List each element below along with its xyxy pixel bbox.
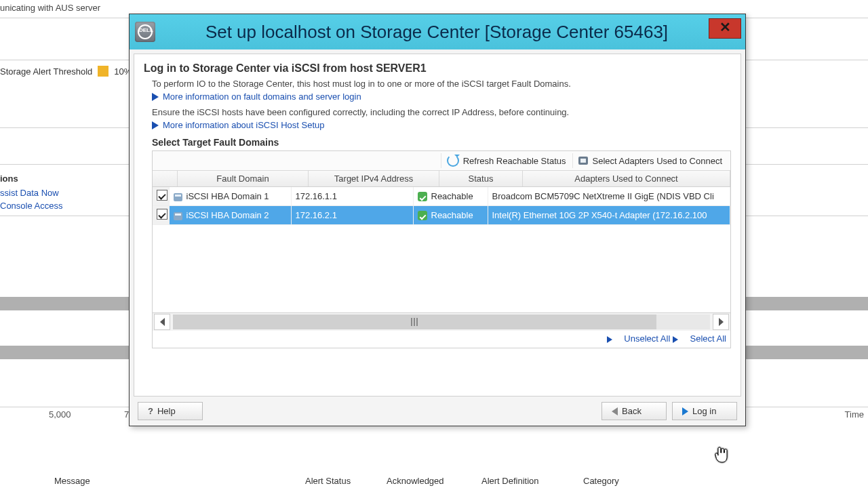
back-button[interactable]: Back [601, 402, 667, 420]
chevron-left-icon [160, 318, 165, 326]
storage-alert-threshold: Storage Alert Threshold 10% [0, 66, 132, 77]
link-console-access[interactable]: Console Access [0, 199, 63, 212]
scrollbar-thumb[interactable] [173, 314, 656, 329]
unselect-all-link[interactable]: Unselect All [624, 333, 670, 344]
status-text: Reachable [431, 191, 473, 201]
chevron-right-icon [719, 318, 724, 326]
close-button[interactable]: ✕ [709, 18, 741, 39]
check-ok-icon [418, 211, 427, 220]
dialog-titlebar: DELL Set up localhost on Storage Center … [130, 14, 745, 49]
close-icon: ✕ [719, 20, 731, 35]
col-category[interactable]: Category [583, 476, 665, 486]
help-button[interactable]: ? Help [138, 402, 203, 420]
help-label: Help [157, 406, 176, 416]
scroll-right-button[interactable] [713, 314, 729, 330]
select-fault-domains-heading: Select Target Fault Domains [152, 137, 731, 148]
col-acknowledged[interactable]: Acknowledged [387, 476, 481, 486]
refresh-label: Refresh Reachable Status [463, 156, 566, 166]
arrow-right-icon [152, 93, 159, 101]
select-adapters-label: Select Adapters Used to Connect [592, 156, 722, 166]
arrow-right-icon [682, 407, 688, 415]
chart-bar-fragment [746, 346, 868, 359]
scroll-left-button[interactable] [154, 314, 170, 330]
col-status[interactable]: Status [439, 171, 523, 187]
fault-domain-icon [174, 212, 182, 220]
target-ip: 172.16.1.1 [291, 187, 413, 206]
axis-tick-5000: 5,000 [49, 409, 71, 420]
col-message[interactable]: Message [0, 476, 305, 486]
intro-para-2: Ensure the iSCSI hosts have been configu… [152, 107, 731, 117]
threshold-swatch-icon [98, 66, 108, 77]
refresh-icon [447, 155, 459, 167]
left-nav-fragment: ions ssist Data Now Console Access [0, 174, 63, 212]
select-all-link[interactable]: Select All [690, 333, 726, 344]
intro-para-1: To perform IO to the Storage Center, thi… [152, 79, 731, 89]
back-label: Back [622, 406, 642, 416]
select-adapters-button[interactable]: Select Adapters Used to Connect [572, 153, 728, 168]
dialog-title: Set up localhost on Storage Center [Stor… [155, 22, 745, 43]
check-ok-icon [418, 192, 427, 201]
status-text: Reachable [431, 210, 473, 220]
chart-bar-fragment [0, 297, 129, 310]
fault-domain-icon [174, 193, 182, 201]
login-heading: Log in to Storage Center via iSCSI from … [144, 62, 731, 75]
row-checkbox[interactable] [157, 209, 167, 220]
cursor-hand-icon [715, 446, 728, 462]
col-fault-domain[interactable]: Fault Domain [178, 171, 309, 187]
adapter-text: Intel(R) Ethernet 10G 2P X540-t Adapter … [488, 206, 730, 225]
col-alert-definition[interactable]: Alert Definition [481, 476, 583, 486]
target-ip: 172.16.2.1 [291, 206, 413, 225]
refresh-reachable-status-button[interactable]: Refresh Reachable Status [441, 153, 572, 168]
login-button[interactable]: Log in [672, 402, 737, 420]
chart-bar-fragment [746, 297, 868, 310]
fault-domain-table: Refresh Reachable Status Select Adapters… [152, 150, 731, 348]
dell-logo-icon: DELL [135, 22, 155, 42]
axis-label-time: Time [845, 409, 864, 420]
question-icon: ? [148, 406, 153, 416]
arrow-right-icon [607, 336, 612, 343]
setup-localhost-dialog: DELL Set up localhost on Storage Center … [129, 14, 746, 426]
col-check[interactable] [153, 171, 178, 187]
alert-threshold-label: Storage Alert Threshold [0, 66, 92, 77]
fault-domain-name: iSCSI HBA Domain 1 [186, 191, 269, 201]
status-line: unicating with AUS server [0, 3, 100, 13]
table-row[interactable]: iSCSI HBA Domain 1 172.16.1.1 Reachable … [153, 187, 730, 206]
left-header: ions [0, 174, 63, 184]
col-target-ip[interactable]: Target IPv4 Address [309, 171, 439, 187]
col-alert-status[interactable]: Alert Status [305, 476, 387, 486]
horizontal-scrollbar[interactable] [153, 312, 730, 331]
scrollbar-track[interactable] [173, 314, 710, 329]
arrow-right-icon [673, 336, 678, 343]
link-iscsi-host-setup[interactable]: More information about iSCSI Host Setup [163, 120, 324, 130]
fault-domain-name: iSCSI HBA Domain 2 [186, 210, 269, 220]
login-label: Log in [692, 406, 716, 416]
col-adapters[interactable]: Adapters Used to Connect [523, 171, 730, 187]
arrow-left-icon [612, 407, 618, 415]
adapter-icon [578, 157, 588, 165]
link-assist-data-now[interactable]: ssist Data Now [0, 186, 63, 199]
link-fault-domains-info[interactable]: More information on fault domains and se… [163, 92, 361, 102]
row-checkbox[interactable] [157, 190, 167, 201]
adapter-text: Broadcom BCM5709C NetXtreme II GigE (NDI… [488, 187, 730, 206]
chart-bar-fragment [0, 346, 129, 359]
table-row[interactable]: iSCSI HBA Domain 2 172.16.2.1 Reachable … [153, 206, 730, 225]
arrow-right-icon [152, 121, 159, 129]
table-header-row: Fault Domain Target IPv4 Address Status … [153, 171, 730, 187]
alerts-table-header: Message Alert Status Acknowledged Alert … [0, 476, 868, 486]
